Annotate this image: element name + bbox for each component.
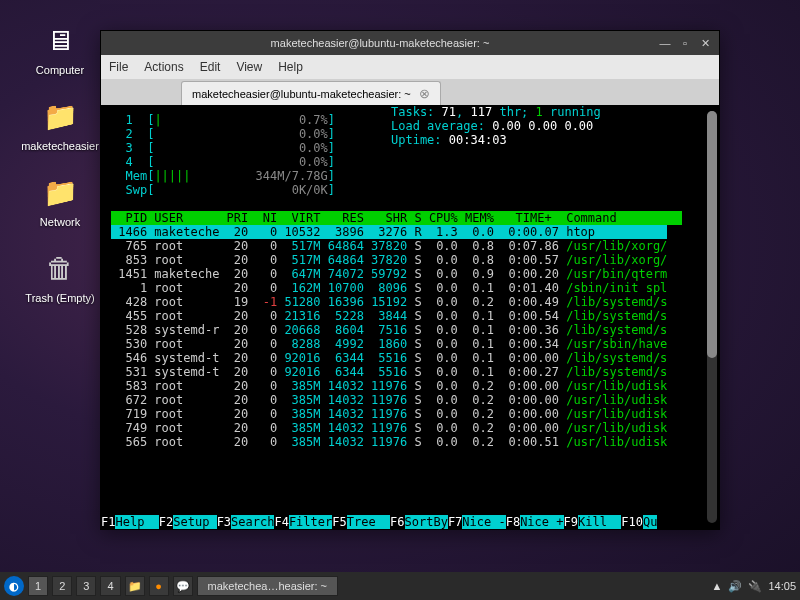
start-menu-button[interactable]: ◐ bbox=[4, 576, 24, 596]
window-title: maketecheasier@lubuntu-maketecheasier: ~ bbox=[107, 37, 653, 49]
desktop-icons: 🖥 Computer 📁 maketecheasier 📁 Network 🗑 … bbox=[20, 20, 100, 304]
close-button[interactable]: ✕ bbox=[697, 35, 713, 51]
tray-clock[interactable]: 14:05 bbox=[768, 580, 796, 592]
desktop-icon-home[interactable]: 📁 maketecheasier bbox=[20, 96, 100, 152]
desktop-icon-label: Computer bbox=[36, 64, 84, 76]
workspace-2[interactable]: 2 bbox=[52, 576, 72, 596]
tab-close-icon[interactable]: ⊗ bbox=[419, 86, 430, 101]
tab-label: maketecheasier@lubuntu-maketecheasier: ~ bbox=[192, 88, 411, 100]
workspace-1[interactable]: 1 bbox=[28, 576, 48, 596]
taskbar-task-label: maketechea…heasier: ~ bbox=[208, 580, 328, 592]
scrollbar-thumb[interactable] bbox=[707, 111, 717, 358]
htop-function-keys[interactable]: F1Help F2Setup F3SearchF4FilterF5Tree F6… bbox=[101, 515, 705, 529]
menu-edit[interactable]: Edit bbox=[200, 60, 221, 74]
tray-up-icon[interactable]: ▲ bbox=[712, 580, 723, 592]
desktop-icon-computer[interactable]: 🖥 Computer bbox=[20, 20, 100, 76]
taskbar-app-files[interactable]: 📁 bbox=[125, 576, 145, 596]
desktop-icon-label: Network bbox=[40, 216, 80, 228]
taskbar-task-terminal[interactable]: maketechea…heasier: ~ bbox=[197, 576, 339, 596]
menu-actions[interactable]: Actions bbox=[144, 60, 183, 74]
system-tray: ▲ 🔊 🔌 14:05 bbox=[712, 580, 796, 593]
trash-icon: 🗑 bbox=[40, 248, 80, 288]
tray-volume-icon[interactable]: 🔊 bbox=[728, 580, 742, 593]
network-folder-icon: 📁 bbox=[40, 172, 80, 212]
desktop-icon-network[interactable]: 📁 Network bbox=[20, 172, 100, 228]
tray-network-icon[interactable]: 🔌 bbox=[748, 580, 762, 593]
taskbar: ◐ 1 2 3 4 📁 ● 💬 maketechea…heasier: ~ ▲ … bbox=[0, 572, 800, 600]
desktop-icon-label: Trash (Empty) bbox=[25, 292, 94, 304]
desktop-icon-trash[interactable]: 🗑 Trash (Empty) bbox=[20, 248, 100, 304]
menu-help[interactable]: Help bbox=[278, 60, 303, 74]
computer-icon: 🖥 bbox=[40, 20, 80, 60]
htop-system-info: Tasks: 71, 117 thr; 1 runningLoad averag… bbox=[391, 105, 601, 147]
desktop-icon-label: maketecheasier bbox=[21, 140, 99, 152]
tab-bar: maketecheasier@lubuntu-maketecheasier: ~… bbox=[101, 79, 719, 105]
folder-icon: 📁 bbox=[40, 96, 80, 136]
menu-file[interactable]: File bbox=[109, 60, 128, 74]
minimize-button[interactable]: — bbox=[657, 35, 673, 51]
menubar: File Actions Edit View Help bbox=[101, 55, 719, 79]
terminal-scrollbar[interactable] bbox=[707, 111, 717, 523]
terminal-tab[interactable]: maketecheasier@lubuntu-maketecheasier: ~… bbox=[181, 81, 441, 105]
maximize-button[interactable]: ▫ bbox=[677, 35, 693, 51]
workspace-3[interactable]: 3 bbox=[76, 576, 96, 596]
terminal-content[interactable]: 1 [| 0.7%] 2 [ 0.0%] 3 [ 0.0%] 4 [ 0.0%]… bbox=[101, 105, 719, 529]
taskbar-app-firefox[interactable]: ● bbox=[149, 576, 169, 596]
menu-view[interactable]: View bbox=[236, 60, 262, 74]
terminal-window: maketecheasier@lubuntu-maketecheasier: ~… bbox=[100, 30, 720, 530]
workspace-4[interactable]: 4 bbox=[100, 576, 120, 596]
taskbar-app-chat[interactable]: 💬 bbox=[173, 576, 193, 596]
window-titlebar[interactable]: maketecheasier@lubuntu-maketecheasier: ~… bbox=[101, 31, 719, 55]
